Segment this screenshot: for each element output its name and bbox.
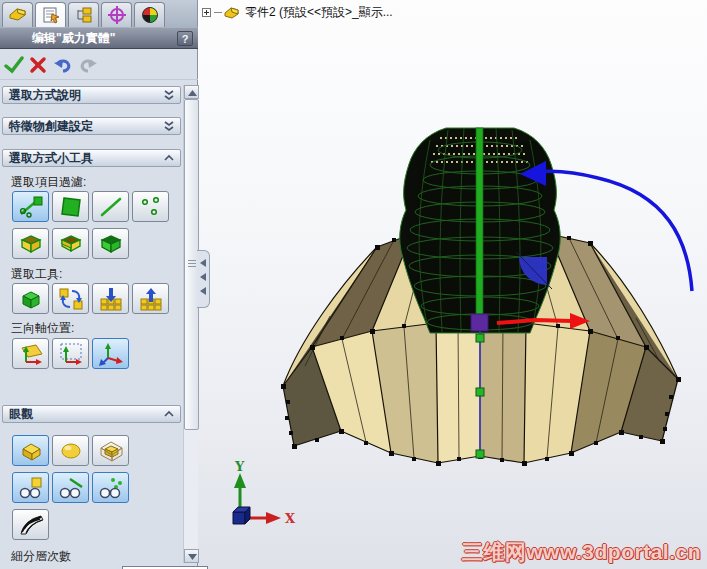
property-manager-tab[interactable] — [35, 2, 66, 28]
feature-tree-flyout[interactable]: 零件2 (預設<<預設>_顯示... — [202, 3, 393, 21]
triad-dashed-box-icon — [58, 342, 84, 366]
solidworks-window: Y X 零件2 (預設<<預設>_顯示... 三维网www.3dportal.c… — [0, 0, 707, 569]
glasses-dots-icon — [98, 476, 124, 500]
zebra-stripes-button[interactable] — [12, 509, 49, 540]
property-sheet-hand-icon — [41, 6, 61, 24]
section-label: 選取方式小工具 — [9, 151, 93, 165]
configuration-manager-tab[interactable] — [68, 2, 99, 27]
origin-triad-icon: Y X — [233, 459, 296, 526]
part-icon — [223, 5, 241, 20]
triad-plane-icon — [18, 342, 44, 366]
yellow-box-icon — [18, 439, 44, 463]
section-label: 眼觀 — [9, 407, 33, 421]
filter-faces-icon — [58, 195, 84, 219]
undo-button blue-undo-arrow-icon[interactable] — [53, 55, 73, 75]
display-manager-tab[interactable] — [134, 2, 165, 27]
section-label: 選取方式說明 — [9, 88, 81, 102]
tree-connector — [214, 12, 222, 13]
filter-edges-icon — [98, 195, 124, 219]
shrink-selection-button[interactable] — [132, 283, 169, 314]
tree-expand-icon[interactable] — [202, 8, 211, 17]
swap-arrows-grid-icon — [58, 287, 84, 311]
glasses-line-icon — [58, 476, 84, 500]
configurations-tree-icon — [74, 6, 94, 24]
section-view[interactable]: 眼觀 — [2, 405, 181, 423]
panel-scrollbar[interactable] — [183, 85, 198, 563]
ok-button green-check-icon[interactable] — [4, 55, 24, 75]
select-green-box-button[interactable] — [92, 228, 129, 259]
box-in-cage-icon — [98, 439, 124, 463]
tree-item-label[interactable]: 零件2 (預設<<預設>_顯示... — [245, 4, 393, 21]
dimxpert-tab[interactable] — [101, 2, 132, 27]
triad-label: 三向軸位置: — [11, 320, 74, 337]
half-box-icon — [58, 232, 84, 256]
filter-faces-button[interactable] — [52, 191, 89, 222]
show-faces-button[interactable] — [12, 472, 49, 503]
yellow-part-icon — [8, 6, 28, 23]
filter-label: 選取項目過濾: — [11, 174, 86, 191]
y-axis-label: Y — [234, 459, 245, 474]
help-button[interactable]: ? — [177, 31, 193, 46]
select-open-box-button[interactable] — [12, 228, 49, 259]
manip-center-handle — [471, 314, 488, 331]
show-cage-button[interactable] — [92, 435, 129, 466]
mesh-model-scene: Y X — [198, 0, 707, 569]
property-manager-panel: 编辑"威力實體" ? 選取方式說明 — [0, 0, 198, 569]
show-smooth-button[interactable] — [52, 435, 89, 466]
section-feature-settings[interactable]: 特徵物創建設定 — [2, 117, 181, 135]
chevron-double-down-icon — [163, 90, 175, 102]
cancel-button red-x-icon[interactable] — [28, 55, 48, 75]
open-box-icon — [18, 232, 44, 256]
select-volume-button[interactable] — [12, 283, 49, 314]
section-label: 特徵物創建設定 — [9, 119, 93, 133]
filter-vertices-icon — [138, 195, 164, 219]
redo-button gray-redo-arrow-icon — [78, 55, 98, 75]
filter-all-button[interactable] — [12, 191, 49, 222]
filter-vertices-button[interactable] — [132, 191, 169, 222]
panel-title: 编辑"威力實體" — [32, 28, 115, 49]
scroll-down-arrow-icon — [188, 554, 197, 560]
triad-on-plane-button[interactable] — [12, 338, 49, 369]
scroll-up-arrow-icon — [188, 90, 197, 96]
zebra-stripes-icon — [18, 513, 44, 537]
green-box-icon — [98, 232, 124, 256]
triad-bounding-button[interactable] — [52, 338, 89, 369]
manager-tabstrip — [0, 0, 197, 27]
yellow-ellipsoid-icon — [58, 439, 84, 463]
grid-up-arrow-icon — [138, 287, 164, 311]
swap-selection-button[interactable] — [52, 283, 89, 314]
scroll-up-button[interactable] — [184, 85, 199, 99]
filter-all-icon — [18, 195, 44, 219]
tools-label: 選取工具: — [11, 266, 62, 283]
section-selection-tools[interactable]: 選取方式小工具 — [2, 149, 181, 167]
show-edges-button[interactable] — [52, 472, 89, 503]
chevron-up-icon — [163, 409, 175, 421]
show-vertices-button[interactable] — [92, 472, 129, 503]
scrollbar-grip — [188, 260, 196, 270]
chevron-double-down-icon — [163, 121, 175, 133]
magenta-target-icon — [107, 6, 127, 24]
subdivision-label: 細分層次數 — [11, 548, 71, 565]
panel-collapse-handle[interactable] — [197, 250, 210, 308]
section-selection-help[interactable]: 選取方式說明 — [2, 86, 181, 104]
property-manager-titlebar: 编辑"威力實體" ? — [0, 27, 198, 49]
watermark-text: 三维网www.3dportal.cn — [462, 538, 701, 566]
show-solid-button[interactable] — [12, 435, 49, 466]
panel-toolbar — [0, 50, 198, 80]
collapse-arrows-icon — [199, 259, 207, 301]
filter-edges-button[interactable] — [92, 191, 129, 222]
graphics-viewport[interactable]: Y X 零件2 (預設<<預設>_顯示... 三维网www.3dportal.c… — [198, 0, 707, 569]
scroll-down-button[interactable] — [184, 549, 199, 563]
color-sphere-icon — [140, 6, 160, 24]
triad-free-button[interactable] — [92, 338, 129, 369]
green-cube-icon — [18, 287, 44, 311]
x-axis-label: X — [285, 511, 296, 526]
chevron-up-icon — [163, 153, 175, 165]
grid-down-arrow-icon — [98, 287, 124, 311]
manip-y-axis — [476, 128, 483, 320]
triad-free-icon — [98, 342, 124, 366]
grow-selection-button[interactable] — [92, 283, 129, 314]
glasses-square-icon — [18, 476, 44, 500]
select-half-box-button[interactable] — [52, 228, 89, 259]
feature-manager-tab[interactable] — [2, 2, 33, 27]
